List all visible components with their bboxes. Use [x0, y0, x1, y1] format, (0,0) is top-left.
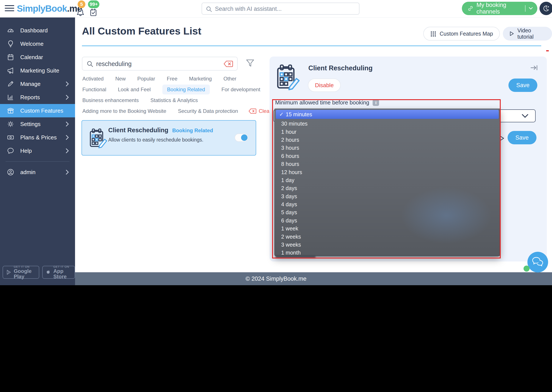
dropdown-option[interactable]: 12 hours	[274, 168, 500, 176]
filter-chip[interactable]: New	[115, 76, 126, 82]
save-button-top[interactable]: Save	[508, 78, 537, 92]
filter-chip[interactable]: Marketing	[189, 76, 212, 82]
feature-toggle-on[interactable]	[235, 133, 248, 142]
dropdown-option[interactable]: 6 days	[274, 217, 500, 224]
sidebar-item-help[interactable]: Help	[0, 144, 75, 157]
tasks-calendar-icon[interactable]	[89, 8, 98, 18]
chevron-down-icon[interactable]	[529, 6, 533, 11]
grid-icon	[430, 30, 437, 37]
dropdown-option[interactable]: 3 weeks	[274, 241, 500, 249]
filter-chip[interactable]: Business enhancements	[82, 97, 139, 103]
filter-chip[interactable]: Activated	[82, 76, 104, 82]
screenshot-stage: SimplyBook.me 5 99+ My booking channels	[0, 0, 552, 392]
google-play-icon	[7, 269, 11, 276]
apple-icon	[46, 269, 51, 276]
dropdown-option[interactable]: 1 hour	[274, 128, 500, 136]
toggle-knob	[241, 134, 248, 141]
dropdown-option[interactable]: 2 weeks	[274, 232, 500, 241]
google-play-badge[interactable]: GET IT ONGoogle Play	[3, 266, 39, 279]
sidebar-item-settings[interactable]: Settings	[0, 117, 75, 131]
field-label-text: Minimum allowed time before booking	[275, 99, 369, 106]
sidebar-item-label: Settings	[20, 121, 41, 127]
hamburger-menu-icon[interactable]	[5, 5, 14, 12]
sidebar-item-reports[interactable]: Reports	[0, 91, 75, 104]
lightbulb-icon	[6, 39, 15, 48]
dropdown-option[interactable]: 6 hours	[274, 152, 500, 160]
dropdown-option[interactable]: 2 days	[274, 184, 500, 192]
sidebar-item-admin[interactable]: admin	[0, 166, 75, 179]
dropdown-option[interactable]: 3 hours	[274, 144, 500, 152]
dropdown-option[interactable]: 8 hours	[274, 160, 500, 168]
sidebar-item-marketing-suite[interactable]: Marketing Suite	[0, 64, 75, 77]
feature-card-client-rescheduling[interactable]: Client Rescheduling Booking Related Allo…	[82, 120, 256, 155]
ai-search-input[interactable]	[214, 4, 356, 14]
dropdown-option[interactable]: 1 week	[274, 224, 500, 232]
chip-row-4: Adding more to the Booking WebsiteSecuri…	[82, 106, 255, 117]
dashboard-icon	[6, 26, 15, 35]
play-icon	[509, 31, 514, 37]
chevron-right-icon	[65, 94, 69, 100]
user-icon	[6, 168, 15, 177]
chip-row-2: FunctionalLook and FeelBooking RelatedFo…	[82, 84, 255, 95]
reschedule-calendar-icon	[88, 127, 108, 150]
sidebar-item-custom-features[interactable]: Custom Features	[0, 104, 75, 117]
pencil-icon	[6, 79, 15, 88]
sidebar-item-manage[interactable]: Manage	[0, 77, 75, 91]
feature-search-input[interactable]	[96, 58, 213, 69]
filter-chip[interactable]: Free	[167, 76, 177, 82]
chip-row-1: ActivatedNewPopularFreeMarketingOther	[82, 73, 255, 84]
dropdown-option[interactable]: 3 days	[274, 192, 500, 200]
save-button-bottom[interactable]: Save	[508, 131, 537, 144]
filter-chip[interactable]: Booking Related	[162, 84, 210, 94]
filter-chip[interactable]: For development	[221, 86, 260, 92]
filter-chip[interactable]: Popular	[137, 76, 155, 82]
feature-card-title: Client Rescheduling	[108, 127, 168, 134]
moon-icon	[542, 4, 550, 13]
sidebar-item-calendar[interactable]: Calendar	[0, 50, 75, 64]
clean-filters-button[interactable]: Clean	[248, 108, 272, 114]
filter-chip[interactable]: Other	[223, 76, 236, 82]
custom-features-map-button[interactable]: Custom Features Map	[423, 27, 500, 41]
link-icon	[468, 5, 474, 12]
booking-channels-label: My booking channels	[476, 2, 521, 15]
sidebar-nav: Dashboard Welcome Calendar Marketing Sui…	[0, 17, 75, 285]
dark-mode-toggle[interactable]	[539, 2, 552, 15]
sidebar-item-welcome[interactable]: Welcome	[0, 37, 75, 50]
feature-card-tag: Booking Related	[172, 127, 213, 133]
filter-chip[interactable]: Look and Feel	[118, 86, 151, 92]
video-tutorial-button[interactable]: Video tutorial	[503, 27, 552, 41]
dropdown-option[interactable]: 30 minutes	[274, 120, 500, 128]
dropdown-option[interactable]: 1 day	[274, 176, 500, 184]
collapse-panel-icon[interactable]	[530, 64, 539, 72]
clean-backspace-icon	[248, 108, 257, 114]
live-chat-button[interactable]	[527, 252, 548, 273]
dropdown-option[interactable]: 5 days	[274, 208, 500, 216]
dropdown-option[interactable]: 2 hours	[274, 136, 500, 144]
dropdown-option[interactable]: 4 days	[274, 200, 500, 208]
dropdown-option-selected[interactable]: ✓15 minutes	[276, 110, 499, 119]
disable-feature-button[interactable]: Disable	[308, 78, 341, 92]
chat-bubble-icon	[6, 146, 15, 155]
title-underline	[82, 46, 541, 46]
my-booking-channels-button[interactable]: My booking channels	[462, 2, 537, 15]
notifications-badge: 5	[78, 0, 85, 8]
app-store-badge[interactable]: GET IT ONApp Store	[42, 266, 75, 279]
filter-funnel-icon[interactable]	[245, 59, 255, 69]
filter-chip[interactable]: Statistics & Analytics	[151, 97, 198, 103]
filter-chip[interactable]: Adding more to the Booking Website	[82, 108, 166, 114]
dropdown-option-list: ✓15 minutes30 minutes1 hour2 hours3 hour…	[274, 109, 500, 257]
dropdown-option[interactable]: 1 month	[274, 249, 500, 257]
feature-box-icon	[6, 106, 15, 115]
obscured-content-smudge	[276, 256, 316, 258]
notifications-bell-icon[interactable]	[76, 8, 85, 18]
sidebar-item-plans-prices[interactable]: Plans & Prices	[0, 131, 75, 144]
min-time-field-label: Minimum allowed time before booking i	[275, 99, 379, 106]
info-icon[interactable]: i	[373, 99, 379, 106]
sidebar-item-dashboard[interactable]: Dashboard	[0, 24, 75, 37]
app-logo[interactable]: SimplyBook.me	[17, 3, 82, 14]
clear-search-icon[interactable]	[223, 60, 233, 68]
footer-copyright: © 2024 SimplyBook.me	[0, 272, 552, 285]
feature-card-description: Allow clients to easily reschedule booki…	[108, 137, 203, 143]
filter-chip[interactable]: Security & Data protection	[178, 108, 238, 114]
filter-chip[interactable]: Functional	[82, 86, 106, 92]
